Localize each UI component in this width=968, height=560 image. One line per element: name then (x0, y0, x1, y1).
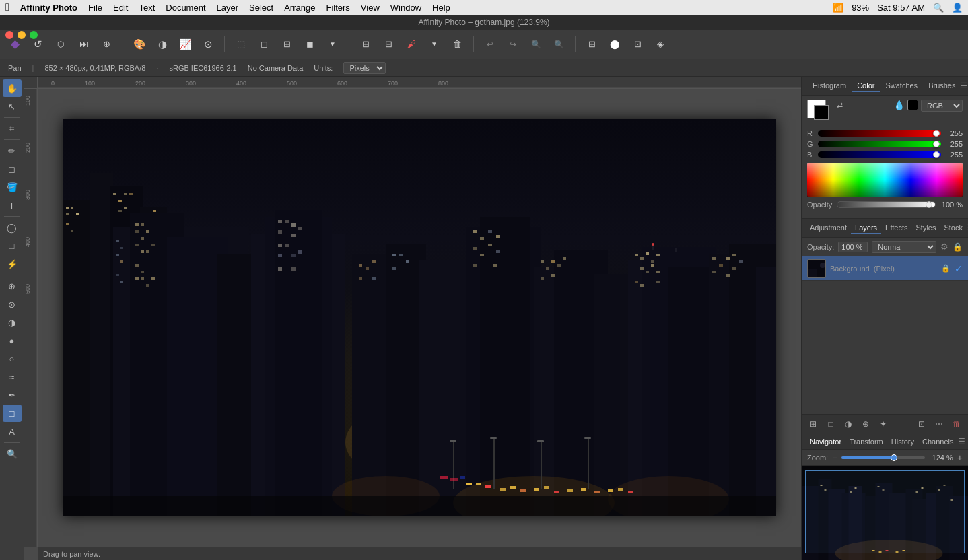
units-select[interactable]: Pixels Inches cm (343, 62, 386, 74)
add-group-btn[interactable]: □ (823, 417, 838, 431)
canvas-area[interactable]: 0 100 200 300 400 500 600 700 800 100 20… (24, 77, 801, 560)
blue-slider[interactable] (818, 151, 941, 158)
transform-btn[interactable]: ⊞ (277, 35, 296, 54)
color-spectrum[interactable] (807, 163, 963, 197)
redo-btn[interactable]: ↪ (504, 35, 522, 54)
tab-history[interactable]: History (887, 436, 918, 447)
tab-effects[interactable]: Effects (881, 222, 911, 234)
marquee-tool[interactable]: □ (3, 237, 22, 254)
menu-document[interactable]: Document (166, 3, 205, 13)
tab-transform[interactable]: Transform (845, 436, 887, 447)
dropdown-btn[interactable]: ▼ (323, 35, 342, 54)
navigator-viewport-indicator[interactable] (805, 470, 965, 553)
smudge-tool[interactable]: ≈ (3, 368, 22, 386)
tone-btn[interactable]: ⊙ (199, 35, 217, 54)
align-btn[interactable]: ⊞ (582, 35, 601, 54)
layers-btn[interactable]: ⬡ (51, 35, 70, 54)
paint-btn[interactable]: 🖌 (402, 35, 421, 54)
skip-btn[interactable]: ⏭ (74, 35, 93, 54)
text-tool[interactable]: T (3, 197, 22, 214)
tab-brushes[interactable]: Brushes (923, 80, 961, 92)
layers-lock-icon[interactable]: 🔒 (953, 242, 963, 252)
pen-tool[interactable]: ✒ (3, 386, 22, 404)
lasso-tool[interactable]: ◯ (3, 219, 22, 236)
black-swatch[interactable] (907, 100, 918, 110)
eyedropper-icon[interactable]: 💧 (893, 100, 905, 110)
menu-filters[interactable]: Filters (326, 3, 349, 13)
erase-btn[interactable]: ◼ (300, 35, 319, 54)
delete-layer-btn[interactable]: 🗑 (949, 417, 964, 431)
fill-tool[interactable]: 🪣 (3, 178, 22, 196)
grid-btn[interactable]: ⊞ (356, 35, 375, 54)
zoom-minus-btn[interactable]: − (832, 452, 837, 463)
tab-styles[interactable]: Styles (912, 222, 940, 234)
tab-layers[interactable]: Layers (851, 222, 881, 234)
layer-item-background[interactable]: Background (Pixel) 🔒 ✓ (802, 256, 968, 281)
color-mode-select[interactable]: RGB HSL CMYK Lab (921, 100, 963, 112)
zoom-out-btn[interactable]: 🔍 (526, 35, 545, 54)
healing-tool[interactable]: ⊕ (3, 277, 22, 295)
type-tool[interactable]: A (3, 423, 22, 440)
paint-tool[interactable]: ✏ (3, 142, 22, 160)
blend-mode-select[interactable]: Normal Multiply Screen Overlay Darken Li… (872, 241, 936, 253)
contrast-btn[interactable]: ◑ (153, 35, 172, 54)
marquee-btn[interactable]: ⬚ (232, 35, 250, 54)
add-layer-btn[interactable]: ⊞ (806, 417, 821, 431)
copy-btn[interactable]: ⊡ (628, 35, 647, 54)
menu-arrange[interactable]: Arrange (284, 3, 315, 13)
menu-text[interactable]: Text (139, 3, 155, 13)
blur-tool[interactable]: ○ (3, 350, 22, 368)
color-panel-menu-icon[interactable]: ☰ (961, 81, 967, 90)
add-fx-btn[interactable]: ✦ (876, 417, 891, 431)
layers-settings-icon[interactable]: ⚙ (940, 242, 948, 252)
pan-tool[interactable]: ✋ (3, 79, 22, 97)
opacity-slider[interactable] (837, 201, 936, 208)
red-slider[interactable] (818, 130, 941, 137)
navigator-panel-menu[interactable]: ☰ (958, 437, 965, 446)
layer-lock-icon[interactable]: 🔒 (941, 264, 950, 273)
burn-tool[interactable]: ● (3, 332, 22, 349)
settings-btn[interactable]: ⋯ (932, 417, 946, 431)
arrange-btn[interactable]: ⊡ (914, 417, 929, 431)
zoom-tool[interactable]: 🔍 (3, 445, 22, 462)
clone-tool[interactable]: ⊙ (3, 295, 22, 313)
menu-view[interactable]: View (361, 3, 380, 13)
undo-btn[interactable]: ↩ (481, 35, 499, 54)
zoom-plus-btn[interactable]: + (957, 452, 963, 463)
crop-tool[interactable]: ⌗ (3, 120, 22, 137)
tab-channels[interactable]: Channels (918, 436, 957, 447)
erase-tool[interactable]: ◻ (3, 160, 22, 178)
swap-colors-btn[interactable]: ⇄ (837, 101, 843, 110)
app-name-menu[interactable]: Affinity Photo (20, 3, 77, 13)
green-slider[interactable] (818, 141, 941, 147)
tab-histogram[interactable]: Histogram (807, 80, 852, 92)
delete-btn[interactable]: 🗑 (448, 35, 466, 54)
menu-edit[interactable]: Edit (113, 3, 128, 13)
search-icon[interactable]: 🔍 (933, 3, 944, 13)
move-tool[interactable]: ↖ (3, 98, 22, 115)
close-button[interactable] (5, 31, 13, 39)
shape-tool[interactable]: □ (3, 405, 22, 422)
tab-stock[interactable]: Stock (940, 222, 967, 234)
menu-file[interactable]: File (88, 3, 102, 13)
navigator-preview[interactable] (802, 466, 968, 560)
zoom-slider[interactable] (841, 456, 924, 459)
paint-dropdown[interactable]: ▼ (425, 35, 444, 54)
menu-select[interactable]: Select (249, 3, 273, 13)
more-btn[interactable]: ◈ (651, 35, 670, 54)
lasso-btn[interactable]: ◻ (254, 35, 273, 54)
layers-opacity-input[interactable]: 100 % (838, 242, 868, 252)
background-color-swatch[interactable] (814, 105, 829, 120)
guides-btn[interactable]: ⊟ (379, 35, 398, 54)
fullscreen-button[interactable] (30, 31, 38, 39)
magic-wand-tool[interactable]: ⚡ (3, 255, 22, 273)
user-icon[interactable]: 👤 (952, 3, 963, 13)
curves-btn[interactable]: 📈 (176, 35, 195, 54)
tab-adjustment[interactable]: Adjustment (806, 222, 851, 234)
tab-swatches[interactable]: Swatches (880, 80, 923, 92)
canvas-content[interactable] (38, 89, 801, 547)
dodge-tool[interactable]: ◑ (3, 314, 22, 331)
tab-color[interactable]: Color (852, 80, 880, 92)
menu-layer[interactable]: Layer (217, 3, 239, 13)
share-btn[interactable]: ⊕ (97, 35, 116, 54)
